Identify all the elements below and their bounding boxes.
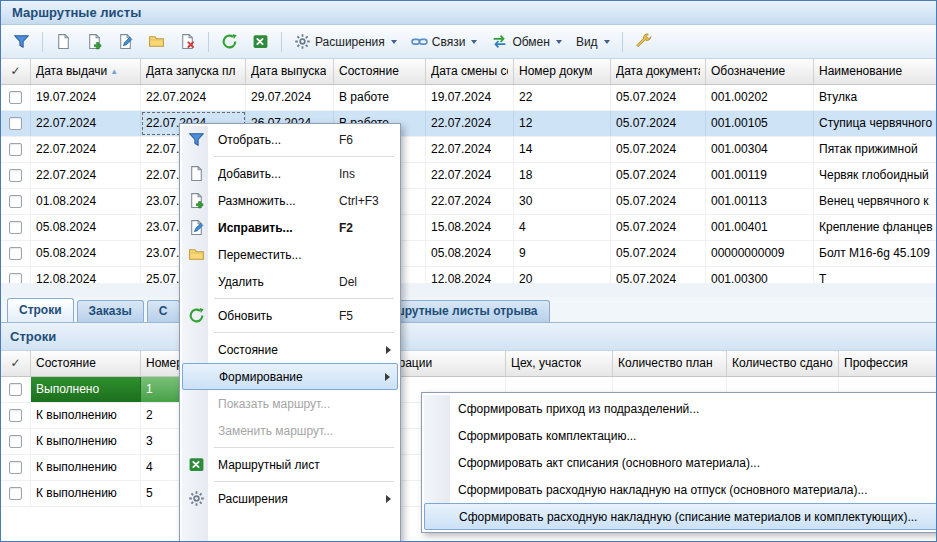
row-select-cell — [1, 481, 31, 506]
tab-0[interactable]: Строки — [7, 298, 74, 322]
submenu-item-nakladnaya-otpusk[interactable]: Сформировать расходную накладную на отпу… — [424, 476, 937, 503]
row-select-cell — [1, 137, 31, 162]
table-cell: 001.00119 — [706, 163, 814, 188]
row-checkbox[interactable] — [9, 143, 22, 156]
menu-item-label: Удалить — [218, 275, 331, 289]
row-select-cell — [1, 403, 31, 428]
table-row[interactable]: 22.07.202422.07.202422.07.20241805.07.20… — [1, 163, 936, 189]
table-cell: 05.07.2024 — [611, 241, 706, 266]
refresh-icon — [221, 33, 238, 50]
top-table-body: 19.07.202422.07.202429.07.2024В работе19… — [1, 85, 936, 283]
row-checkbox[interactable] — [9, 169, 22, 182]
move-button[interactable] — [142, 29, 171, 55]
row-checkbox[interactable] — [9, 487, 22, 500]
links-button[interactable]: Связи — [405, 29, 484, 55]
column-header[interactable]: Обозначение — [706, 59, 814, 84]
column-header-label: Обозначение — [711, 59, 785, 84]
table-row[interactable]: 22.07.202422.07.202426.07.2024В работе22… — [1, 111, 936, 137]
column-header[interactable]: Состояние — [334, 59, 426, 84]
column-header[interactable]: Дата смены сос — [426, 59, 514, 84]
column-header[interactable]: Количество план — [613, 351, 727, 376]
select-column-header[interactable]: ✓ — [1, 59, 31, 84]
table-cell: 05.07.2024 — [611, 111, 706, 136]
table-row[interactable]: 05.08.202423.07.202415.08.2024405.07.202… — [1, 215, 936, 241]
column-header[interactable]: Состояние — [31, 351, 141, 376]
column-header[interactable]: Профессия — [839, 351, 936, 376]
filter-button[interactable] — [7, 29, 36, 55]
table-cell: 001.00105 — [706, 111, 814, 136]
menu-item-label: Размножить... — [218, 194, 331, 208]
table-cell: 00000000009 — [706, 241, 814, 266]
column-header[interactable]: Дата документа — [611, 59, 706, 84]
add-button[interactable] — [49, 29, 78, 55]
row-checkbox[interactable] — [9, 91, 22, 104]
row-checkbox[interactable] — [9, 383, 22, 396]
column-header-label: Наименование — [819, 59, 902, 84]
excel-button[interactable] — [246, 29, 275, 55]
column-header[interactable]: Количество сдано — [727, 351, 839, 376]
edit-button[interactable] — [111, 29, 140, 55]
table-cell: Втулка — [814, 85, 936, 110]
row-checkbox[interactable] — [9, 461, 22, 474]
column-header[interactable]: Номер докум — [514, 59, 611, 84]
menu-item-extensions[interactable]: Расширения — [182, 485, 398, 512]
column-header-label: Состояние — [36, 351, 96, 376]
exchange-button[interactable]: Обмен — [485, 29, 568, 55]
submenu-item-akt-spisaniya[interactable]: Сформировать акт списания (основного мат… — [424, 449, 937, 476]
table-row[interactable]: 01.08.202423.07.202422.07.20243005.07.20… — [1, 189, 936, 215]
menu-item-filter[interactable]: Отобрать...F6 — [182, 126, 398, 153]
column-header[interactable]: Дата выдачи▲ — [31, 59, 141, 84]
menu-item-delete[interactable]: УдалитьDel — [182, 268, 398, 295]
row-checkbox[interactable] — [9, 117, 22, 130]
row-select-cell — [1, 189, 31, 214]
column-header[interactable]: Цех, участок — [506, 351, 613, 376]
menu-item-add[interactable]: Добавить...Ins — [182, 160, 398, 187]
delete-button[interactable] — [173, 29, 202, 55]
table-row[interactable]: 19.07.202422.07.202429.07.2024В работе19… — [1, 85, 936, 111]
submenu-item-prihod[interactable]: Сформировать приход из подразделений... — [424, 395, 937, 422]
submenu-arrow-icon — [386, 495, 391, 503]
menu-item-route-sheet[interactable]: Маршрутный лист — [182, 451, 398, 478]
menu-item-move[interactable]: Переместить... — [182, 241, 398, 268]
refresh-button[interactable] — [215, 29, 244, 55]
table-cell: Выполнено — [31, 377, 141, 402]
tab-2[interactable]: С — [147, 300, 180, 322]
row-checkbox[interactable] — [9, 195, 22, 208]
menu-item-state[interactable]: Состояние — [182, 336, 398, 363]
duplicate-button[interactable] — [80, 29, 109, 55]
view-button[interactable]: Вид — [570, 29, 616, 55]
menu-item-edit[interactable]: Исправить...F2 — [182, 214, 398, 241]
row-select-cell — [1, 111, 31, 136]
toolbar: РасширенияСвязиОбменВид — [1, 25, 936, 59]
copy-doc-icon — [188, 192, 205, 209]
settings-button[interactable] — [629, 29, 658, 55]
table-row[interactable]: 12.08.202425.07.202412.08.20242005.07.20… — [1, 267, 936, 283]
submenu-item-komplekt[interactable]: Сформировать комплектацию... — [424, 422, 937, 449]
row-checkbox[interactable] — [9, 409, 22, 422]
gear-icon — [294, 33, 311, 50]
table-row[interactable]: 22.07.202422.07.202422.07.20241405.07.20… — [1, 137, 936, 163]
tab-1[interactable]: Заказы — [77, 300, 144, 322]
table-cell: 001.00300 — [706, 267, 814, 283]
menu-item-label: Заменить маршрут... — [218, 424, 391, 438]
row-checkbox[interactable] — [9, 247, 22, 260]
select-column-header[interactable]: ✓ — [1, 351, 31, 376]
menu-item-label: Формирование — [219, 370, 377, 384]
row-checkbox[interactable] — [9, 273, 22, 283]
table-cell: 05.07.2024 — [611, 137, 706, 162]
column-header[interactable]: Дата запуска пл — [141, 59, 246, 84]
column-header[interactable]: Наименование — [814, 59, 936, 84]
row-checkbox[interactable] — [9, 221, 22, 234]
menu-item-refresh[interactable]: ОбновитьF5 — [182, 302, 398, 329]
table-row[interactable]: 05.08.202423.07.202405.08.2024905.07.202… — [1, 241, 936, 267]
check-all-icon: ✓ — [10, 59, 20, 84]
extensions-button[interactable]: Расширения — [288, 29, 403, 55]
submenu-item-nakladnaya-spisanie[interactable]: Сформировать расходную накладную (списан… — [424, 503, 937, 530]
menu-item-form[interactable]: Формирование — [182, 363, 398, 390]
splitter-handle[interactable] — [1, 283, 936, 297]
row-checkbox[interactable] — [9, 435, 22, 448]
row-select-cell — [1, 455, 31, 480]
toolbar-button-label: Вид — [576, 35, 598, 49]
column-header[interactable]: Дата выпуска — [246, 59, 334, 84]
menu-item-duplicate[interactable]: Размножить...Ctrl+F3 — [182, 187, 398, 214]
